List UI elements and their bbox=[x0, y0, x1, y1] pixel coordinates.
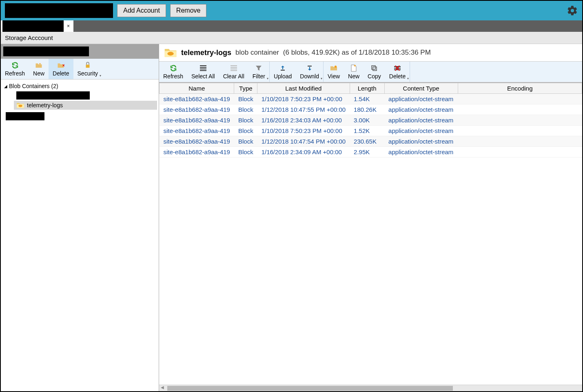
sidebar-toolbar: Refresh New × Delete Security ▾ bbox=[1, 59, 159, 80]
svg-rect-12 bbox=[281, 70, 285, 71]
lock-icon bbox=[84, 61, 91, 69]
caret-down-icon: ◢ bbox=[4, 84, 7, 89]
svg-rect-8 bbox=[231, 65, 237, 66]
gear-icon[interactable] bbox=[567, 5, 578, 16]
upload-icon bbox=[279, 64, 286, 72]
table-row[interactable]: site-e8a1b682-a9aa-419Block1/12/2018 10:… bbox=[160, 136, 582, 147]
chevron-down-icon: ▾ bbox=[407, 77, 409, 80]
redacted-container-name bbox=[16, 91, 90, 100]
clear-all-icon bbox=[231, 64, 237, 72]
chevron-down-icon: ▾ bbox=[267, 77, 268, 80]
svg-point-3 bbox=[167, 52, 174, 55]
svg-rect-15 bbox=[372, 66, 375, 69]
cell-name: site-e8a1b682-a9aa-419 bbox=[160, 104, 234, 115]
main-delete-button[interactable]: Delete ▾ bbox=[385, 62, 410, 82]
cell-modified: 1/12/2018 10:47:55 PM +00:00 bbox=[257, 104, 350, 115]
breadcrumb: Storage Acccount bbox=[1, 32, 582, 44]
col-modified[interactable]: Last Modified bbox=[257, 83, 350, 94]
scroll-left-icon[interactable]: ◀ bbox=[161, 385, 164, 390]
table-row[interactable]: site-e8a1b682-a9aa-419Block1/10/2018 7:5… bbox=[160, 126, 582, 136]
svg-rect-19 bbox=[394, 69, 401, 70]
select-all-icon bbox=[200, 64, 206, 72]
scrollbar-thumb[interactable] bbox=[167, 386, 453, 391]
cell-type: Block bbox=[234, 126, 257, 136]
cell-encoding bbox=[458, 147, 582, 157]
cell-name: site-e8a1b682-a9aa-419 bbox=[160, 126, 234, 136]
cell-content-type: application/octet-stream bbox=[384, 126, 458, 136]
tree-item-redacted-2[interactable] bbox=[4, 111, 157, 121]
redacted-storage-name bbox=[3, 47, 89, 56]
svg-rect-16 bbox=[373, 67, 377, 71]
table-row[interactable]: site-e8a1b682-a9aa-419Block1/16/2018 2:3… bbox=[160, 147, 582, 157]
delete-icon bbox=[394, 64, 401, 72]
svg-point-2 bbox=[18, 105, 22, 107]
grid-header-row: Name Type Last Modified Length Content T… bbox=[160, 83, 582, 94]
svg-rect-13 bbox=[308, 66, 312, 66]
download-icon bbox=[306, 64, 313, 72]
sidebar-delete-button[interactable]: × Delete bbox=[49, 59, 73, 79]
tree-item-telemetry-logs[interactable]: telemetry-logs bbox=[14, 101, 157, 110]
cell-type: Block bbox=[234, 104, 257, 115]
clear-all-button[interactable]: Clear All bbox=[219, 62, 248, 82]
tree: ◢ Blob Containers (2) telemetry-logs bbox=[1, 80, 159, 391]
col-length[interactable]: Length bbox=[350, 83, 384, 94]
sidebar: Refresh New × Delete Security ▾ ◢ Blob C… bbox=[1, 44, 159, 391]
svg-text:×: × bbox=[62, 63, 64, 68]
table-row[interactable]: site-e8a1b682-a9aa-419Block1/10/2018 7:5… bbox=[160, 94, 582, 104]
remove-button[interactable]: Remove bbox=[170, 4, 207, 17]
cell-encoding bbox=[458, 115, 582, 126]
cell-type: Block bbox=[234, 94, 257, 104]
download-button[interactable]: Downld ▾ bbox=[296, 62, 323, 82]
cell-content-type: application/octet-stream bbox=[384, 104, 458, 115]
svg-rect-11 bbox=[231, 70, 237, 71]
container-meta: (6 blobs, 419.92K) as of 1/18/2018 10:35… bbox=[283, 49, 431, 57]
table-row[interactable]: site-e8a1b682-a9aa-419Block1/16/2018 2:3… bbox=[160, 115, 582, 126]
col-content-type[interactable]: Content Type bbox=[384, 83, 458, 94]
cell-name: site-e8a1b682-a9aa-419 bbox=[160, 147, 234, 157]
chevron-down-icon: ▾ bbox=[100, 74, 101, 78]
tab-active[interactable]: × bbox=[1, 20, 73, 32]
copy-icon bbox=[371, 64, 377, 72]
cell-type: Block bbox=[234, 136, 257, 147]
new-file-icon bbox=[351, 64, 357, 72]
main-new-button[interactable]: New bbox=[344, 62, 364, 82]
cell-name: site-e8a1b682-a9aa-419 bbox=[160, 94, 234, 104]
tree-root-blob-containers[interactable]: ◢ Blob Containers (2) bbox=[2, 82, 157, 90]
cloud-folder-icon bbox=[16, 102, 24, 109]
sidebar-new-button[interactable]: New bbox=[29, 59, 49, 79]
col-name[interactable]: Name bbox=[160, 83, 234, 94]
cell-content-type: application/octet-stream bbox=[384, 94, 458, 104]
main-refresh-button[interactable]: Refresh bbox=[159, 62, 187, 82]
cell-type: Block bbox=[234, 147, 257, 157]
topbar: Add Account Remove bbox=[1, 1, 582, 20]
view-button[interactable]: View bbox=[324, 62, 344, 82]
svg-rect-10 bbox=[231, 69, 237, 69]
cell-modified: 1/16/2018 2:34:03 AM +00:00 bbox=[257, 115, 350, 126]
redacted-account-dropdown[interactable] bbox=[5, 3, 113, 18]
tree-item-redacted[interactable] bbox=[14, 90, 157, 101]
cell-type: Block bbox=[234, 115, 257, 126]
close-icon[interactable]: × bbox=[65, 23, 71, 29]
main-panel: telemetry-logs blob container (6 blobs, … bbox=[159, 44, 582, 391]
chevron-down-icon: ▾ bbox=[321, 77, 322, 80]
cell-content-type: application/octet-stream bbox=[384, 147, 458, 157]
filter-button[interactable]: Filter ▾ bbox=[248, 62, 269, 82]
delete-folder-icon: × bbox=[57, 61, 64, 69]
cell-encoding bbox=[458, 126, 582, 136]
col-type[interactable]: Type bbox=[234, 83, 257, 94]
cell-modified: 1/12/2018 10:47:54 PM +00:00 bbox=[257, 136, 350, 147]
select-all-button[interactable]: Select All bbox=[187, 62, 219, 82]
upload-button[interactable]: Upload bbox=[270, 62, 296, 82]
sidebar-security-button[interactable]: Security ▾ bbox=[73, 59, 102, 79]
col-encoding[interactable]: Encoding bbox=[458, 83, 582, 94]
horizontal-scrollbar[interactable]: ◀ bbox=[159, 385, 582, 391]
svg-rect-9 bbox=[231, 67, 237, 68]
body: Refresh New × Delete Security ▾ ◢ Blob C… bbox=[1, 44, 582, 391]
sidebar-refresh-button[interactable]: Refresh bbox=[1, 59, 29, 79]
container-title: telemetry-logs bbox=[181, 49, 231, 57]
copy-button[interactable]: Copy bbox=[364, 62, 385, 82]
svg-rect-17 bbox=[394, 66, 401, 67]
table-row[interactable]: site-e8a1b682-a9aa-419Block1/12/2018 10:… bbox=[160, 104, 582, 115]
svg-rect-5 bbox=[200, 67, 206, 68]
add-account-button[interactable]: Add Account bbox=[117, 4, 166, 17]
